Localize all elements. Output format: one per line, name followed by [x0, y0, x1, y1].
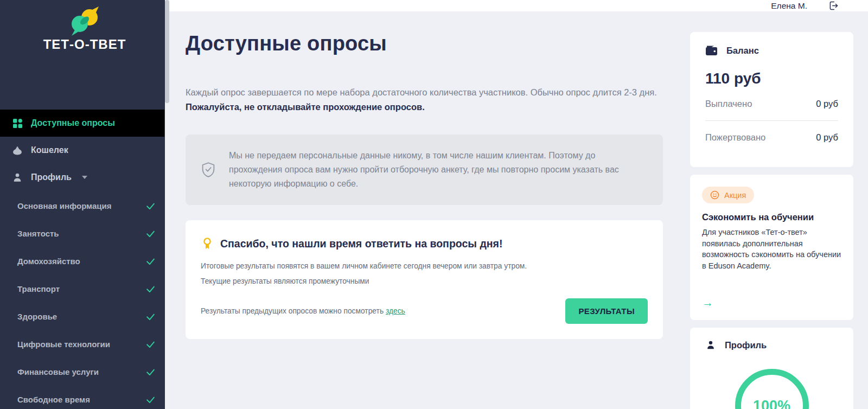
- privacy-note-box: Мы не передаем персональные данные ником…: [186, 135, 663, 205]
- balance-row-donated: Пожертвовано 0 руб: [705, 121, 838, 154]
- intro-bold-text: Пожалуйста, не откладывайте прохождение …: [186, 100, 663, 114]
- award-medal-icon: [201, 237, 214, 251]
- privacy-note-text: Мы не передаем персональные данные ником…: [229, 149, 639, 191]
- smiley-icon: [710, 190, 719, 200]
- sidebar-scrollbar[interactable]: [165, 0, 169, 409]
- subitem-label: Свободное время: [17, 395, 90, 404]
- check-icon: [145, 256, 156, 266]
- check-icon: [145, 339, 156, 349]
- promo-badge: Акция: [702, 187, 754, 203]
- promo-title: Сэкономить на обучении: [702, 212, 843, 222]
- subitem-label: Транспорт: [17, 284, 60, 293]
- balance-amount: 110 руб: [705, 70, 838, 87]
- sidebar-nav: Доступные опросы Кошелек Профиль: [0, 110, 169, 409]
- sidebar-subitem-financial-services[interactable]: Финансовые услуги: [0, 358, 169, 386]
- subitem-label: Основная информация: [17, 201, 112, 210]
- sidebar-subitem-free-time[interactable]: Свободное время: [0, 386, 169, 409]
- balance-row-value: 0 руб: [816, 99, 838, 109]
- check-icon: [145, 284, 156, 294]
- check-icon: [145, 394, 156, 405]
- right-column: Баланс 110 руб Выплачено 0 руб Пожертвов…: [690, 32, 853, 409]
- thanks-line-1: Итоговые результаты появятся в вашем лич…: [201, 262, 648, 270]
- promo-body: Для участников «Тет-о-твет» появилась до…: [702, 227, 843, 271]
- sidebar-subitem-transport[interactable]: Транспорт: [0, 275, 169, 303]
- subitem-label: Занятость: [17, 229, 59, 238]
- promo-badge-label: Акция: [724, 191, 746, 200]
- sidebar: ТЕТ-О-ТВЕТ Доступные опросы: [0, 0, 169, 409]
- subitem-label: Здоровье: [17, 312, 57, 321]
- balance-row-label: Выплачено: [705, 99, 752, 109]
- subitem-label: Финансовые услуги: [17, 367, 99, 376]
- purse-icon: [12, 145, 23, 156]
- sidebar-item-label: Кошелек: [31, 145, 68, 155]
- check-icon: [145, 201, 156, 211]
- here-link[interactable]: здесь: [386, 307, 405, 315]
- balance-row-paid: Выплачено 0 руб: [705, 87, 838, 120]
- sidebar-subitem-digital-tech[interactable]: Цифровые технологии: [0, 330, 169, 358]
- thanks-card: Спасибо, что нашли время ответить на воп…: [186, 220, 663, 339]
- shield-check-icon: [201, 162, 216, 178]
- topbar: Елена М.: [169, 0, 868, 11]
- surveys-section: Доступные опросы Каждый опрос завершаетс…: [186, 32, 663, 409]
- user-name: Елена М.: [771, 1, 807, 11]
- subitem-label: Домохозяйство: [17, 257, 80, 266]
- promo-card[interactable]: Акция Сэкономить на обучении Для участни…: [690, 175, 853, 320]
- sidebar-item-label: Доступные опросы: [31, 118, 115, 128]
- sidebar-item-profile[interactable]: Профиль: [0, 164, 169, 191]
- sidebar-subitem-household[interactable]: Домохозяйство: [0, 247, 169, 275]
- intro-text: Каждый опрос завершается по мере набора …: [186, 85, 663, 100]
- sidebar-subitem-employment[interactable]: Занятость: [0, 220, 169, 247]
- balance-row-value: 0 руб: [816, 132, 838, 143]
- check-icon: [145, 367, 156, 377]
- sidebar-subitem-basic-info[interactable]: Основная информация: [0, 192, 169, 220]
- content: Доступные опросы Каждый опрос завершаетс…: [169, 11, 868, 409]
- previous-results-text: Результаты предыдущих опросов можно посм…: [201, 307, 405, 315]
- check-icon: [145, 311, 156, 322]
- profile-progress-percent: 100%: [753, 398, 790, 409]
- balance-row-label: Пожертвовано: [705, 132, 765, 143]
- profile-subnav: Основная информация Занятость Домохозяйс…: [0, 192, 169, 409]
- sidebar-subitem-health[interactable]: Здоровье: [0, 303, 169, 330]
- person-icon: [705, 340, 716, 350]
- grid-icon: [12, 118, 23, 129]
- thanks-title: Спасибо, что нашли время ответить на воп…: [220, 238, 502, 250]
- thanks-line-2: Текущие результаты являются промежуточны…: [201, 277, 648, 285]
- subitem-label: Цифровые технологии: [17, 340, 110, 349]
- sidebar-item-wallet[interactable]: Кошелек: [0, 137, 169, 164]
- sidebar-item-available-surveys[interactable]: Доступные опросы: [0, 110, 164, 137]
- results-button[interactable]: РЕЗУЛЬТАТЫ: [565, 298, 648, 324]
- wallet-icon: [705, 45, 718, 56]
- logout-icon[interactable]: [828, 0, 839, 11]
- promo-arrow-link[interactable]: →: [702, 296, 843, 309]
- sidebar-item-label: Профиль: [31, 172, 72, 182]
- sidebar-scrollbar-thumb[interactable]: [165, 0, 169, 103]
- logo-bubbles-icon: [67, 5, 103, 36]
- profile-progress-ring: 100%: [735, 369, 809, 409]
- balance-title: Баланс: [726, 46, 759, 56]
- profile-card: Профиль 100%: [690, 328, 853, 409]
- main-area: Елена М. Доступные опросы Каждый опрос з…: [169, 0, 868, 409]
- check-icon: [145, 228, 156, 239]
- logo: ТЕТ-О-ТВЕТ: [0, 0, 169, 52]
- chevron-down-icon: [82, 176, 87, 179]
- page-title: Доступные опросы: [186, 32, 663, 55]
- balance-card: Баланс 110 руб Выплачено 0 руб Пожертвов…: [690, 32, 853, 167]
- logo-text: ТЕТ-О-ТВЕТ: [0, 37, 169, 52]
- profile-title: Профиль: [725, 340, 767, 350]
- previous-results-prefix: Результаты предыдущих опросов можно посм…: [201, 307, 386, 315]
- person-icon: [12, 172, 23, 183]
